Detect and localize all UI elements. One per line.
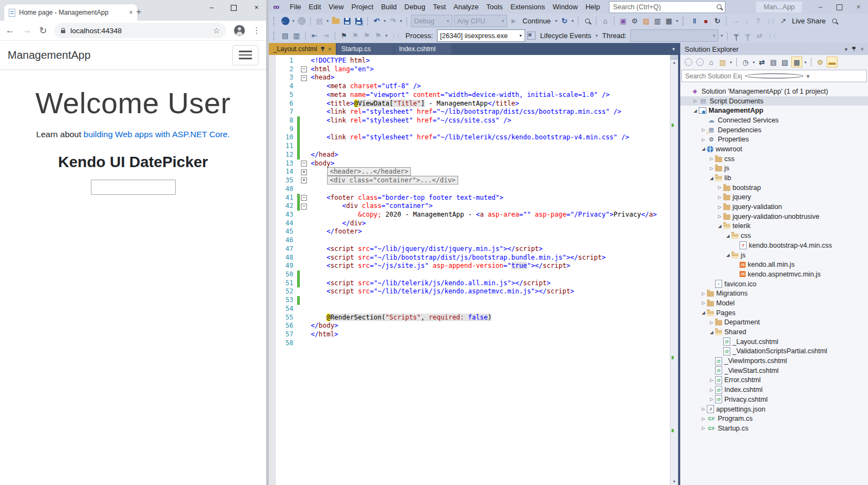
toolbox-icon[interactable]: ▥ xyxy=(652,16,662,26)
expander-icon[interactable]: ▷ xyxy=(708,388,715,392)
find-in-files-icon[interactable] xyxy=(582,16,592,26)
expander-icon[interactable]: ◢ xyxy=(708,176,715,181)
tree-item--viewstart-cshtml[interactable]: _ViewStart.cshtml xyxy=(680,366,868,376)
tab-_layout.cshtml[interactable]: _Layout.cshtml× xyxy=(269,43,336,55)
forward-icon[interactable]: → xyxy=(695,57,705,67)
properties-icon[interactable]: ⚙ xyxy=(815,57,825,67)
solution-platforms-combo-caret-icon[interactable]: ▾ xyxy=(502,19,504,23)
indent-increase-icon[interactable]: ⇥ xyxy=(321,31,331,41)
tab-startup.cs[interactable]: Startup.cs xyxy=(337,43,393,55)
expander-icon[interactable]: ▷ xyxy=(708,397,715,402)
toolbar-grip[interactable] xyxy=(682,17,686,26)
expander-icon[interactable]: ▷ xyxy=(716,195,723,200)
tree-item-kendo-all-min-js[interactable]: kendo.all.min.js xyxy=(680,260,868,269)
expander-icon[interactable]: ▷ xyxy=(716,205,723,210)
tree-item-js[interactable]: ◢js xyxy=(680,250,868,260)
tree-item-jquery-validation-unobtrusive[interactable]: ▷jquery-validation-unobtrusive xyxy=(680,212,868,222)
expander-icon[interactable]: ▷ xyxy=(692,99,699,103)
tree-item-properties[interactable]: ▷Properties xyxy=(680,134,868,144)
tree-item-css[interactable]: ◢css xyxy=(680,231,868,241)
tab-index.cshtml[interactable]: Index.cshtml xyxy=(395,43,451,55)
dropdown-caret-icon[interactable]: ▾ xyxy=(721,33,723,38)
view-code-icon[interactable]: ▤ xyxy=(280,31,290,41)
learn-link[interactable]: building Web apps with ASP.NET Core. xyxy=(84,130,230,139)
datepicker-input[interactable] xyxy=(91,180,176,195)
browser-home-icon[interactable]: ⌂ xyxy=(600,16,610,26)
fold-open-icon[interactable]: – xyxy=(301,66,307,72)
step-over-icon[interactable]: ? xyxy=(753,16,763,26)
scroll-down-icon[interactable]: ▾ xyxy=(670,478,678,485)
collapsed-region[interactable]: <div class="container">...</div> xyxy=(327,176,458,185)
fold-open-icon[interactable]: – xyxy=(301,195,307,201)
expander-icon[interactable]: ◢ xyxy=(692,108,699,113)
address-bar[interactable]: localhost:44348 ☆ xyxy=(54,23,226,38)
dropdown-caret-icon[interactable]: ▾ xyxy=(385,33,387,38)
menu-view[interactable]: View xyxy=(325,1,348,13)
tree-item-department[interactable]: ▷Department xyxy=(680,318,868,328)
expander-icon[interactable]: ▷ xyxy=(708,156,715,161)
expander-icon[interactable]: ◢ xyxy=(724,253,731,257)
preview-selected-items-icon[interactable]: ▧ xyxy=(780,57,790,67)
tree-item-kendo-bootstrap-v4-min-css[interactable]: kendo.bootstrap-v4.min.css xyxy=(680,241,868,250)
solution-platforms-combo[interactable]: Any CPU▾ xyxy=(454,15,507,27)
collapse-all-icon[interactable]: ▤ xyxy=(768,57,778,67)
prev-bookmark-icon[interactable]: ⚑ xyxy=(350,31,360,41)
browser-menu-icon[interactable]: ⋮ xyxy=(253,26,261,35)
solution-explorer-search[interactable]: Search Solution Explorer (Ctrl+;) ▾ xyxy=(681,70,867,82)
tree-item-telerik[interactable]: ◢telerik xyxy=(680,222,868,231)
dropdown-caret-icon[interactable]: ▾ xyxy=(327,19,329,23)
brand-link[interactable]: ManagementApp xyxy=(8,49,90,62)
vs-quick-search[interactable]: Search (Ctrl+Q) xyxy=(609,1,725,13)
suspend-threads-icon[interactable]: ⇄ xyxy=(754,31,764,41)
dropdown-caret-icon[interactable]: ▾ xyxy=(384,19,386,23)
code-lines[interactable]: 1<!DOCTYPE html>2–<html lang="en">3–<hea… xyxy=(276,55,670,485)
tree-item-favicon-ico[interactable]: favicon.ico xyxy=(680,279,868,289)
process-combo[interactable]: [26340] iisexpress.exe▾ xyxy=(437,29,525,42)
panel-menu-icon[interactable]: ▾ xyxy=(845,46,847,52)
tree-item-index-cshtml[interactable]: ▷Index.cshtml xyxy=(680,385,868,395)
home-icon[interactable]: ⌂ xyxy=(706,57,716,67)
tree-item--layout-cshtml[interactable]: _Layout.cshtml xyxy=(680,337,868,347)
sync-with-active-document-icon[interactable]: ⇄ xyxy=(757,57,767,67)
dropdown-caret-icon[interactable]: ▾ xyxy=(596,33,598,38)
pin-icon[interactable] xyxy=(852,46,856,52)
panel-close-icon[interactable]: × xyxy=(860,46,864,52)
tree-item-privacy-cshtml[interactable]: ▷Privacy.cshtml xyxy=(680,395,868,404)
tree-item-jquery[interactable]: ▷jquery xyxy=(680,193,868,202)
expander-icon[interactable]: ◢ xyxy=(708,330,715,335)
solution-configurations-combo[interactable]: Debug▾ xyxy=(411,15,452,27)
dropdown-caret-icon[interactable]: ▾ xyxy=(804,60,807,65)
process-combo-caret-icon[interactable]: ▾ xyxy=(520,33,522,38)
editor-scrollbar[interactable]: ▴▾ xyxy=(670,55,678,485)
expander-icon[interactable]: ▷ xyxy=(700,300,707,305)
menu-test[interactable]: Test xyxy=(429,1,450,13)
open-file-icon[interactable] xyxy=(331,16,341,26)
pause-icon[interactable]: ‖ xyxy=(690,16,699,26)
vs-close-button[interactable]: × xyxy=(857,3,860,11)
overflow-dots-icon[interactable]: ⋮⋮ xyxy=(767,33,776,39)
expander-icon[interactable]: ◢ xyxy=(716,224,723,229)
menu-debug[interactable]: Debug xyxy=(401,1,429,13)
expander-icon[interactable]: ◢ xyxy=(700,146,707,151)
show-next-statement-icon[interactable]: → xyxy=(730,16,740,26)
tree-item-css[interactable]: ▷css xyxy=(680,154,868,164)
browser-close-button[interactable]: × xyxy=(254,3,258,11)
search-options-caret-icon[interactable]: ▾ xyxy=(807,72,863,80)
menu-help[interactable]: Help xyxy=(582,1,604,13)
toggle-bookmark-icon[interactable]: ⚑ xyxy=(339,31,349,41)
expander-icon[interactable]: ▷ xyxy=(708,166,715,171)
menu-file[interactable]: File xyxy=(286,1,305,13)
debug-target-icon[interactable]: ▣ xyxy=(618,16,628,26)
tree-item-error-cshtml[interactable]: ▷Error.cshtml xyxy=(680,376,868,385)
build-tools-icon[interactable]: ⚙ xyxy=(630,16,639,26)
expander-icon[interactable]: ▷ xyxy=(716,214,723,219)
clear-bookmarks-icon[interactable]: ⚑ xyxy=(373,31,383,41)
fold-closed-icon[interactable]: + xyxy=(301,177,307,183)
expander-icon[interactable]: ▷ xyxy=(700,291,707,296)
dropdown-caret-icon[interactable]: ▾ xyxy=(555,19,557,23)
tree-item-model[interactable]: ▷Model xyxy=(680,298,868,308)
back-icon[interactable]: ← xyxy=(684,57,693,67)
solution-configurations-combo-caret-icon[interactable]: ▾ xyxy=(447,19,449,23)
expander-icon[interactable]: ◢ xyxy=(724,234,731,238)
toolbar-grip[interactable] xyxy=(273,32,276,40)
